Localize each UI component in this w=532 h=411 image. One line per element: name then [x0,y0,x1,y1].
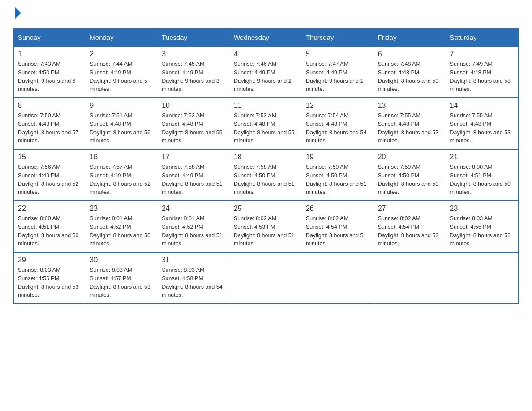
day-number: 28 [450,205,514,213]
header-saturday: Saturday [446,29,518,46]
calendar-cell: 1 Sunrise: 7:43 AMSunset: 4:50 PMDayligh… [14,46,86,98]
day-number: 15 [18,153,82,161]
day-number: 1 [18,50,82,58]
page-header [13,9,519,19]
day-number: 9 [90,102,154,110]
day-number: 7 [450,50,514,58]
calendar-cell [302,252,374,304]
day-info: Sunrise: 8:03 AMSunset: 4:55 PMDaylight:… [450,215,511,247]
calendar-cell: 12 Sunrise: 7:54 AMSunset: 4:48 PMDaylig… [302,98,374,149]
calendar-cell: 30 Sunrise: 8:03 AMSunset: 4:57 PMDaylig… [86,252,158,304]
calendar-cell: 7 Sunrise: 7:49 AMSunset: 4:48 PMDayligh… [446,46,518,98]
calendar-cell: 3 Sunrise: 7:45 AMSunset: 4:49 PMDayligh… [158,46,230,98]
calendar-cell: 21 Sunrise: 8:00 AMSunset: 4:51 PMDaylig… [446,149,518,201]
calendar-week-row: 29 Sunrise: 8:03 AMSunset: 4:56 PMDaylig… [14,252,518,304]
calendar-cell: 22 Sunrise: 8:00 AMSunset: 4:51 PMDaylig… [14,201,86,252]
day-info: Sunrise: 7:49 AMSunset: 4:48 PMDaylight:… [450,61,511,92]
day-info: Sunrise: 8:03 AMSunset: 4:58 PMDaylight:… [162,267,223,298]
calendar-cell: 11 Sunrise: 7:53 AMSunset: 4:48 PMDaylig… [230,98,302,149]
calendar-cell: 5 Sunrise: 7:47 AMSunset: 4:49 PMDayligh… [302,46,374,98]
day-info: Sunrise: 7:59 AMSunset: 4:50 PMDaylight:… [306,164,367,195]
calendar-cell: 20 Sunrise: 7:59 AMSunset: 4:50 PMDaylig… [374,149,446,201]
day-number: 3 [162,50,226,58]
day-info: Sunrise: 8:02 AMSunset: 4:53 PMDaylight:… [234,215,295,247]
calendar-table: SundayMondayTuesdayWednesdayThursdayFrid… [13,28,519,304]
day-info: Sunrise: 8:00 AMSunset: 4:51 PMDaylight:… [18,215,79,247]
day-number: 14 [450,102,514,110]
day-info: Sunrise: 7:47 AMSunset: 4:49 PMDaylight:… [306,61,364,92]
calendar-cell: 9 Sunrise: 7:51 AMSunset: 4:48 PMDayligh… [86,98,158,149]
day-number: 11 [234,102,298,110]
day-number: 21 [450,153,514,161]
day-number: 8 [18,102,82,110]
day-info: Sunrise: 7:46 AMSunset: 4:49 PMDaylight:… [234,61,292,92]
day-number: 4 [234,50,298,58]
day-number: 25 [234,205,298,213]
calendar-cell: 28 Sunrise: 8:03 AMSunset: 4:55 PMDaylig… [446,201,518,252]
day-number: 12 [306,102,370,110]
day-info: Sunrise: 7:45 AMSunset: 4:49 PMDaylight:… [162,61,219,92]
day-info: Sunrise: 7:55 AMSunset: 4:48 PMDaylight:… [450,112,511,144]
day-info: Sunrise: 7:59 AMSunset: 4:50 PMDaylight:… [378,164,439,195]
day-info: Sunrise: 7:44 AMSunset: 4:49 PMDaylight:… [90,61,147,92]
day-info: Sunrise: 7:43 AMSunset: 4:50 PMDaylight:… [18,61,76,92]
calendar-cell: 31 Sunrise: 8:03 AMSunset: 4:58 PMDaylig… [158,252,230,304]
day-number: 26 [306,205,370,213]
calendar-week-row: 15 Sunrise: 7:56 AMSunset: 4:49 PMDaylig… [14,149,518,201]
calendar-cell: 14 Sunrise: 7:55 AMSunset: 4:48 PMDaylig… [446,98,518,149]
header-friday: Friday [374,29,446,46]
day-info: Sunrise: 7:52 AMSunset: 4:48 PMDaylight:… [162,112,223,144]
calendar-cell: 19 Sunrise: 7:59 AMSunset: 4:50 PMDaylig… [302,149,374,201]
day-info: Sunrise: 7:58 AMSunset: 4:50 PMDaylight:… [234,164,295,195]
calendar-cell: 15 Sunrise: 7:56 AMSunset: 4:49 PMDaylig… [14,149,86,201]
day-number: 5 [306,50,370,58]
day-number: 18 [234,153,298,161]
day-info: Sunrise: 8:01 AMSunset: 4:52 PMDaylight:… [162,215,223,247]
day-info: Sunrise: 8:01 AMSunset: 4:52 PMDaylight:… [90,215,150,247]
day-number: 13 [378,102,442,110]
calendar-cell: 25 Sunrise: 8:02 AMSunset: 4:53 PMDaylig… [230,201,302,252]
calendar-cell [374,252,446,304]
day-info: Sunrise: 7:50 AMSunset: 4:48 PMDaylight:… [18,112,79,144]
day-number: 6 [378,50,442,58]
header-tuesday: Tuesday [158,29,230,46]
calendar-cell: 18 Sunrise: 7:58 AMSunset: 4:50 PMDaylig… [230,149,302,201]
day-number: 2 [90,50,154,58]
day-number: 19 [306,153,370,161]
day-number: 30 [90,256,154,264]
calendar-cell: 23 Sunrise: 8:01 AMSunset: 4:52 PMDaylig… [86,201,158,252]
header-thursday: Thursday [302,29,374,46]
calendar-cell: 24 Sunrise: 8:01 AMSunset: 4:52 PMDaylig… [158,201,230,252]
day-info: Sunrise: 7:51 AMSunset: 4:48 PMDaylight:… [90,112,150,144]
day-number: 22 [18,205,82,213]
calendar-cell: 29 Sunrise: 8:03 AMSunset: 4:56 PMDaylig… [14,252,86,304]
calendar-cell: 13 Sunrise: 7:55 AMSunset: 4:48 PMDaylig… [374,98,446,149]
day-info: Sunrise: 8:00 AMSunset: 4:51 PMDaylight:… [450,164,511,195]
day-info: Sunrise: 8:03 AMSunset: 4:57 PMDaylight:… [90,267,150,298]
day-number: 10 [162,102,226,110]
day-info: Sunrise: 7:55 AMSunset: 4:48 PMDaylight:… [378,112,439,144]
day-info: Sunrise: 8:02 AMSunset: 4:54 PMDaylight:… [306,215,367,247]
day-info: Sunrise: 7:54 AMSunset: 4:48 PMDaylight:… [306,112,367,144]
calendar-cell: 17 Sunrise: 7:58 AMSunset: 4:49 PMDaylig… [158,149,230,201]
calendar-cell: 26 Sunrise: 8:02 AMSunset: 4:54 PMDaylig… [302,201,374,252]
logo-arrow-icon [15,7,21,19]
calendar-cell: 6 Sunrise: 7:48 AMSunset: 4:48 PMDayligh… [374,46,446,98]
day-info: Sunrise: 8:02 AMSunset: 4:54 PMDaylight:… [378,215,439,247]
calendar-week-row: 22 Sunrise: 8:00 AMSunset: 4:51 PMDaylig… [14,201,518,252]
header-sunday: Sunday [14,29,86,46]
day-number: 27 [378,205,442,213]
day-info: Sunrise: 7:53 AMSunset: 4:48 PMDaylight:… [234,112,295,144]
day-number: 16 [90,153,154,161]
day-number: 29 [18,256,82,264]
day-info: Sunrise: 7:56 AMSunset: 4:49 PMDaylight:… [18,164,79,195]
day-info: Sunrise: 8:03 AMSunset: 4:56 PMDaylight:… [18,267,79,298]
calendar-cell: 4 Sunrise: 7:46 AMSunset: 4:49 PMDayligh… [230,46,302,98]
header-monday: Monday [86,29,158,46]
calendar-cell [446,252,518,304]
day-number: 23 [90,205,154,213]
calendar-cell: 27 Sunrise: 8:02 AMSunset: 4:54 PMDaylig… [374,201,446,252]
calendar-header-row: SundayMondayTuesdayWednesdayThursdayFrid… [14,29,518,46]
calendar-cell: 8 Sunrise: 7:50 AMSunset: 4:48 PMDayligh… [14,98,86,149]
calendar-week-row: 1 Sunrise: 7:43 AMSunset: 4:50 PMDayligh… [14,46,518,98]
